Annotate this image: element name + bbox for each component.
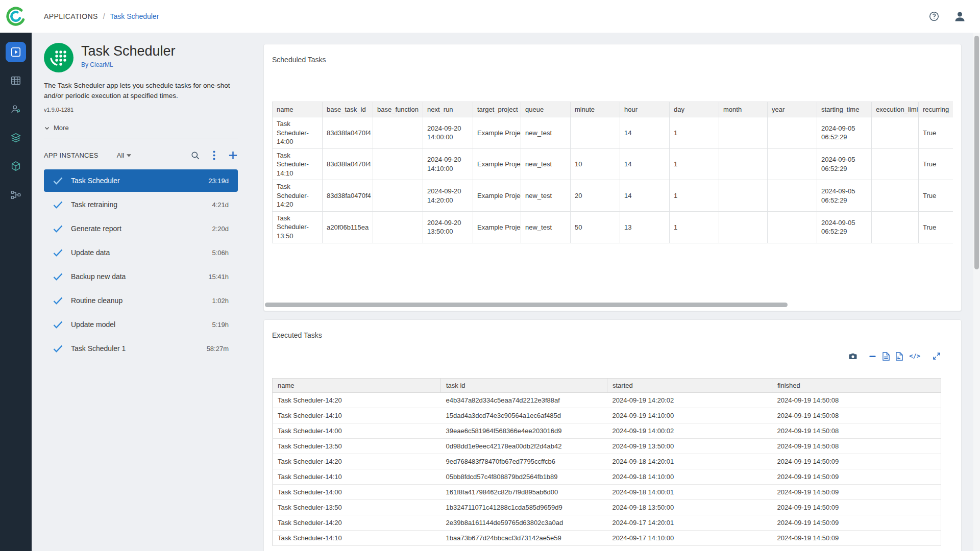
- nav-hyperdatasets-icon[interactable]: [6, 156, 26, 177]
- check-icon: [53, 273, 63, 281]
- instances-filter-dropdown[interactable]: All: [117, 152, 131, 159]
- base-task-id-link[interactable]: 83d38fa0470f4: [323, 117, 373, 149]
- nav-applications-icon[interactable]: [6, 42, 26, 62]
- base-task-id-link[interactable]: 83d38fa0470f4: [323, 180, 373, 212]
- task-id-link[interactable]: 161f8fa41798462c82b7f9d895ab6d00: [441, 485, 607, 500]
- table-row: Task Scheduler-13:50 0d98dd1e9eec42178ea…: [273, 439, 941, 454]
- cell-day: 1: [670, 211, 719, 243]
- instance-duration: 5:06h: [212, 249, 229, 257]
- scheduled-tasks-card: Scheduled Tasks name base_task_id base_f…: [263, 44, 962, 311]
- task-id-link[interactable]: 39eae6c581964f568366e4ee203016d9: [441, 423, 607, 439]
- column-header: next_run: [423, 102, 473, 117]
- column-header: year: [768, 102, 817, 117]
- json-file-icon[interactable]: [896, 352, 903, 361]
- check-icon: [53, 177, 63, 185]
- csv-file-icon[interactable]: [883, 352, 890, 361]
- task-id-link[interactable]: 05bb8fdcd57c4f808879bd2564fb1b89: [441, 469, 607, 485]
- check-icon: [53, 249, 63, 257]
- column-header: execution_limit: [872, 102, 919, 117]
- expand-icon[interactable]: [933, 352, 941, 360]
- cell-started: 2024-09-18 14:00:01: [607, 485, 772, 500]
- instance-duration: 23:19d: [208, 177, 229, 185]
- task-id-link[interactable]: e4b347a82d334c5eaa74d2212e3f88af: [441, 393, 607, 408]
- column-header: minute: [571, 102, 620, 117]
- cell-queue: new_test: [521, 180, 571, 212]
- task-id-link[interactable]: 9ed768483f78470fb67ed7795ccffcb6: [441, 454, 607, 469]
- clearml-logo[interactable]: [0, 0, 32, 33]
- instance-label: Task Scheduler 1: [71, 344, 126, 353]
- horizontal-scrollbar-thumb[interactable]: [265, 303, 788, 307]
- instance-task-scheduler[interactable]: Task Scheduler 23:19d: [44, 169, 238, 192]
- camera-icon[interactable]: [848, 352, 857, 361]
- cell-execution-limit: [872, 117, 919, 149]
- task-id-link[interactable]: 0d98dd1e9eec42178ea00db2f2d4ab42: [441, 439, 607, 454]
- cell-finished: 2024-09-19 14:50:09: [772, 485, 941, 500]
- minus-icon[interactable]: [869, 353, 876, 360]
- table-row: Task Scheduler-14:20 e4b347a82d334c5eaa7…: [273, 393, 941, 408]
- table-row: Task Scheduler-14:20 9ed768483f78470fb67…: [273, 454, 941, 469]
- nav-workers-icon[interactable]: [6, 99, 26, 119]
- check-icon: [53, 321, 63, 329]
- cell-target-project: Example Project: [473, 211, 521, 243]
- column-header: recurring: [919, 102, 953, 117]
- table-row: Task Scheduler-14:20 83d38fa0470f4 2024-…: [273, 180, 953, 212]
- base-task-id-link[interactable]: a20f06b115ea: [323, 211, 373, 243]
- more-toggle[interactable]: More: [44, 124, 238, 132]
- breadcrumb-applications[interactable]: APPLICATIONS: [44, 12, 98, 20]
- cell-base-function: [373, 180, 423, 212]
- search-icon[interactable]: [190, 151, 200, 160]
- cell-day: 1: [670, 148, 719, 180]
- instance-duration: 58:27m: [207, 345, 229, 353]
- nav-projects-icon[interactable]: [6, 70, 26, 91]
- cell-minute: 50: [571, 211, 620, 243]
- cell-started: 2024-09-19 14:20:02: [607, 393, 772, 408]
- task-id-link[interactable]: 15dad4a3dcd74e3c90564a1ec6af485d: [441, 408, 607, 423]
- instance-label: Task retraining: [71, 201, 117, 209]
- column-header: task id: [441, 379, 607, 393]
- add-instance-button[interactable]: [228, 151, 238, 160]
- breadcrumb-current[interactable]: Task Scheduler: [110, 12, 159, 20]
- cell-year: [768, 148, 817, 180]
- cell-started: 2024-09-18 14:10:00: [607, 469, 772, 485]
- executed-table-toolbar: </>: [848, 352, 941, 361]
- instance-backup-new-data[interactable]: Backup new data 15:41h: [44, 265, 238, 288]
- user-avatar[interactable]: [953, 10, 967, 23]
- executed-table-viewport: name task id started finished Task Sched…: [272, 378, 943, 546]
- instance-task-retraining[interactable]: Task retraining 4:21d: [44, 193, 238, 216]
- help-icon[interactable]: [928, 11, 940, 22]
- instance-duration: 4:21d: [212, 201, 229, 209]
- instance-routine-cleanup[interactable]: Routine cleanup 1:02h: [44, 289, 238, 312]
- instance-task-scheduler-1[interactable]: Task Scheduler 1 58:27m: [44, 337, 238, 360]
- task-id-link[interactable]: 2e39b8a161144de59765d63802c3a0ad: [441, 515, 607, 531]
- nav-datasets-icon[interactable]: [6, 128, 26, 148]
- kebab-menu-icon[interactable]: [213, 151, 215, 160]
- cell-starting-time: 2024-09-05 06:52:29: [817, 148, 872, 180]
- cell-recurring: True: [919, 180, 953, 212]
- column-header: base_function: [373, 102, 423, 117]
- cell-target-project: Example Project: [473, 180, 521, 212]
- scheduled-tasks-title: Scheduled Tasks: [272, 56, 326, 64]
- page-scrollbar-thumb[interactable]: [974, 36, 979, 269]
- instance-generate-report[interactable]: Generate report 2:20d: [44, 217, 238, 240]
- code-icon[interactable]: </>: [909, 353, 920, 360]
- cell-next-run: 2024-09-20 14:10:00: [423, 148, 473, 180]
- instance-update-data[interactable]: Update data 5:06h: [44, 241, 238, 264]
- column-header: name: [273, 379, 441, 393]
- by-clearml-link[interactable]: By ClearML: [81, 61, 113, 68]
- app-info-panel: Task Scheduler By ClearML The Task Sched…: [44, 43, 238, 361]
- divider: [44, 138, 238, 138]
- caret-down-icon: [127, 154, 131, 157]
- cell-target-project: Example Project: [473, 148, 521, 180]
- instance-update-model[interactable]: Update model 5:19h: [44, 313, 238, 336]
- task-id-link[interactable]: 1baa73b677d24bbcacf3d73142ae5e59: [441, 531, 607, 546]
- cell-started: 2024-09-19 14:10:00: [607, 408, 772, 423]
- executed-tasks-table: name task id started finished Task Sched…: [272, 378, 941, 546]
- instance-list: Task Scheduler 23:19d Task retraining 4:…: [44, 169, 238, 360]
- executed-tasks-title: Executed Tasks: [272, 331, 322, 339]
- nav-pipelines-icon[interactable]: [6, 185, 26, 205]
- cell-month: [719, 180, 768, 212]
- base-task-id-link[interactable]: 83d38fa0470f4: [323, 148, 373, 180]
- task-id-link[interactable]: 1b324711071c41288c1cda585d9659d9: [441, 500, 607, 515]
- column-header: started: [607, 379, 772, 393]
- breadcrumb-separator: /: [103, 12, 105, 20]
